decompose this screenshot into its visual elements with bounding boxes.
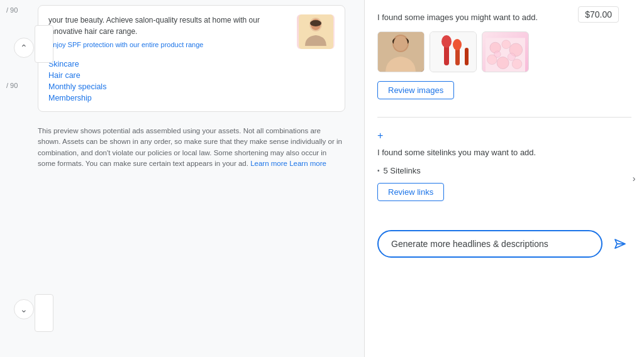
thumbnail-3[interactable] [482, 31, 529, 72]
nav-link-skincare[interactable]: Skincare [48, 60, 335, 69]
ad-preview-with-image: your true beauty. Achieve salon-quality … [48, 14, 335, 55]
review-links-button[interactable]: Review links [377, 183, 444, 201]
side-box-bot [35, 294, 53, 332]
svg-point-7 [394, 36, 408, 51]
right-chevron-button[interactable]: › [628, 166, 640, 191]
svg-rect-8 [430, 32, 476, 72]
svg-point-16 [502, 40, 511, 48]
side-box-top [35, 25, 53, 63]
send-icon-button[interactable] [609, 233, 631, 255]
person-image [299, 14, 333, 49]
ad-nav-links: Skincare Hair care Monthly specials Memb… [48, 60, 335, 102]
ad-preview-area: your true beauty. Achieve salon-quality … [0, 0, 364, 357]
thumbnail-person-image [378, 32, 424, 72]
plus-icon: + [377, 130, 631, 141]
sitelinks-count: • 5 Sitelinks [377, 166, 631, 175]
thumbnail-2[interactable] [430, 31, 477, 72]
bullet-icon: • [377, 167, 380, 174]
svg-point-12 [453, 39, 462, 50]
counter-top: / 90 [6, 6, 18, 14]
image-thumbnails [377, 31, 631, 72]
scroll-down-button[interactable]: ⌄ [14, 299, 34, 319]
images-suggestion-section: I found some images you might want to ad… [377, 11, 631, 99]
thumbnail-flowers-image [430, 32, 476, 72]
svg-point-3 [310, 20, 321, 26]
ad-preview-card: your true beauty. Achieve salon-quality … [38, 5, 345, 112]
ad-preview-text-block: your true beauty. Achieve salon-quality … [48, 14, 291, 55]
right-panel: $70.00 I found some images you might wan… [365, 0, 644, 357]
svg-point-20 [512, 58, 522, 69]
generate-headlines-button[interactable]: Generate more headlines & descriptions [377, 230, 602, 258]
sitelinks-count-text: 5 Sitelinks [384, 166, 421, 175]
svg-rect-13 [465, 48, 469, 65]
generate-btn-wrapper: Generate more headlines & descriptions [377, 230, 631, 258]
left-panel: / 90 / 90 ⌃ your true beauty. Achieve sa… [0, 0, 365, 357]
nav-link-haircare[interactable]: Hair care [48, 71, 335, 80]
thumbnail-bubbles-image [486, 35, 525, 72]
svg-point-22 [508, 53, 515, 60]
learn-more-link-text[interactable]: Learn more [289, 160, 326, 167]
generate-section: Generate more headlines & descriptions [377, 221, 631, 264]
send-icon [614, 238, 626, 250]
nav-link-membership[interactable]: Membership [48, 94, 335, 102]
price-badge: $70.00 [578, 6, 619, 23]
learn-more-link[interactable]: Learn more [250, 160, 287, 167]
scroll-up-button[interactable]: ⌃ [14, 38, 34, 58]
sitelinks-suggestion-section: + I found some sitelinks you may want to… [377, 130, 631, 202]
ad-spf-link[interactable]: Enjoy SPF protection with our entire pro… [48, 41, 291, 48]
ad-body-text: your true beauty. Achieve salon-quality … [48, 14, 291, 37]
sitelinks-suggestion-text: I found some sitelinks you may want to a… [377, 146, 631, 159]
counter-mid: / 90 [6, 82, 18, 89]
nav-link-monthly[interactable]: Monthly specials [48, 82, 335, 91]
divider-1 [377, 117, 631, 118]
thumbnail-1[interactable] [377, 31, 425, 72]
svg-point-10 [441, 35, 452, 48]
info-text-area: This preview shows potential ads assembl… [38, 119, 352, 175]
review-images-button[interactable]: Review images [377, 81, 454, 99]
svg-point-21 [494, 51, 501, 57]
ad-image-placeholder [297, 14, 335, 49]
svg-point-19 [497, 57, 509, 69]
